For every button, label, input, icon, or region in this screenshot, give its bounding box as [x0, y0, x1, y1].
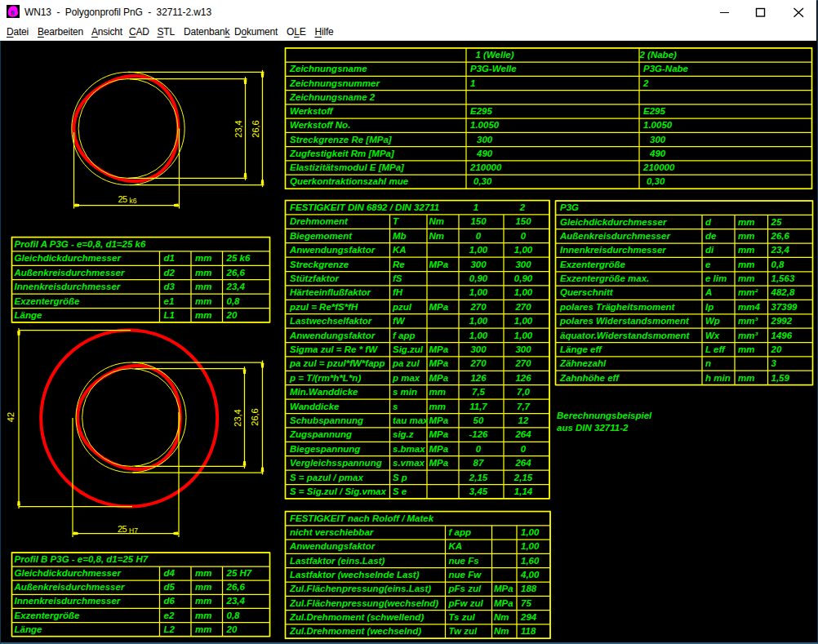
svg-text:482,8: 482,8 — [771, 287, 795, 297]
svg-text:2 (Nabe): 2 (Nabe) — [639, 50, 678, 60]
svg-text:s.vmax: s.vmax — [393, 458, 425, 468]
svg-text:sig.z: sig.z — [393, 429, 414, 439]
svg-text:2,15: 2,15 — [513, 473, 533, 482]
svg-text:mm³: mm³ — [738, 316, 758, 326]
svg-text:300: 300 — [477, 135, 493, 144]
svg-text:12: 12 — [518, 415, 529, 425]
svg-text:1,00: 1,00 — [469, 316, 488, 326]
svg-text:150: 150 — [515, 216, 531, 226]
svg-text:FESTIGKEIT DIN 6892 / DIN 3271: FESTIGKEIT DIN 6892 / DIN 32711 — [290, 202, 439, 212]
svg-text:2,15: 2,15 — [469, 473, 488, 482]
svg-text:n: n — [705, 358, 711, 368]
svg-text:Zul.Flächenpressung(wechselnd): Zul.Flächenpressung(wechselnd) — [289, 598, 438, 608]
svg-text:Berechnungsbeispiel: Berechnungsbeispiel — [557, 411, 652, 420]
svg-text:1,00: 1,00 — [469, 245, 488, 255]
svg-text:mm: mm — [195, 582, 211, 592]
svg-text:de: de — [705, 231, 717, 241]
svg-text:188: 188 — [521, 584, 537, 593]
svg-text:Streckgrenze: Streckgrenze — [290, 260, 349, 269]
svg-text:1: 1 — [473, 202, 478, 212]
svg-text:-126: -126 — [469, 429, 488, 439]
svg-text:Drehmoment: Drehmoment — [290, 216, 349, 226]
svg-text:polares Trägheitsmoment: polares Trägheitsmoment — [559, 302, 676, 312]
svg-text:1: 1 — [470, 78, 475, 88]
svg-text:S e: S e — [393, 486, 407, 496]
svg-text:FESTIGKEIT nach Roloff / Matek: FESTIGKEIT nach Roloff / Matek — [290, 513, 434, 523]
svg-text:Anwendungsfaktor: Anwendungsfaktor — [289, 245, 376, 255]
svg-text:Min.Wanddicke: Min.Wanddicke — [290, 387, 358, 397]
svg-text:MPa: MPa — [429, 344, 449, 354]
svg-text:d2: d2 — [164, 268, 176, 278]
svg-text:P3G: P3G — [560, 202, 579, 212]
svg-text:1,00: 1,00 — [514, 331, 533, 340]
svg-text:37399: 37399 — [771, 302, 798, 312]
svg-text:4,00: 4,00 — [520, 570, 540, 580]
svg-text:87: 87 — [473, 458, 484, 468]
svg-text:mm: mm — [429, 387, 446, 397]
svg-text:210000: 210000 — [642, 162, 675, 172]
svg-text:0,8: 0,8 — [227, 611, 241, 620]
svg-text:Nm: Nm — [494, 626, 509, 636]
svg-text:Gleichdickdurchmesser: Gleichdickdurchmesser — [15, 253, 122, 263]
svg-text:mm: mm — [195, 624, 211, 634]
svg-text:1.0050: 1.0050 — [643, 120, 673, 130]
svg-text:1,00: 1,00 — [514, 245, 533, 255]
svg-text:Zul.Drehmoment (wechselnd): Zul.Drehmoment (wechselnd) — [289, 626, 421, 636]
svg-text:300: 300 — [515, 260, 531, 269]
svg-text:20: 20 — [226, 624, 238, 634]
svg-text:d3: d3 — [164, 282, 176, 291]
svg-text:Querschnitt: Querschnitt — [560, 287, 614, 297]
svg-text:Mb: Mb — [393, 231, 407, 241]
svg-text:0,8: 0,8 — [227, 296, 241, 306]
svg-text:Ts zul: Ts zul — [449, 612, 476, 622]
svg-text:mm²: mm² — [738, 287, 758, 297]
svg-text:mm: mm — [738, 273, 754, 283]
svg-text:0,30: 0,30 — [473, 176, 492, 186]
svg-text:3,45: 3,45 — [469, 486, 488, 496]
svg-text:Lastwechselfaktor: Lastwechselfaktor — [290, 316, 372, 326]
svg-text:Länge: Länge — [15, 310, 42, 320]
svg-text:MPa: MPa — [494, 584, 513, 593]
svg-text:pFw zul: pFw zul — [448, 598, 484, 608]
svg-text:Sig.zul: Sig.zul — [393, 344, 424, 354]
svg-text:1,00: 1,00 — [521, 527, 540, 537]
svg-text:300: 300 — [515, 344, 531, 354]
svg-text:1,00: 1,00 — [469, 287, 488, 297]
svg-text:e2: e2 — [164, 611, 175, 620]
svg-text:42: 42 — [6, 412, 16, 422]
svg-text:KA: KA — [393, 245, 407, 255]
svg-text:L2: L2 — [164, 624, 176, 634]
svg-text:300: 300 — [470, 344, 487, 354]
svg-text:äquator.Widerstandsmoment: äquator.Widerstandsmoment — [560, 331, 691, 340]
svg-text:Wanddicke: Wanddicke — [290, 402, 340, 411]
svg-text:1.0050: 1.0050 — [470, 120, 500, 130]
svg-text:0,90: 0,90 — [514, 273, 533, 283]
svg-text:mm: mm — [195, 268, 211, 278]
svg-text:k6: k6 — [130, 197, 137, 205]
svg-text:210000: 210000 — [469, 162, 502, 172]
svg-text:MPa: MPa — [429, 415, 449, 425]
svg-text:Gleichdickdurchmesser: Gleichdickdurchmesser — [15, 568, 122, 578]
svg-text:Wp: Wp — [705, 316, 720, 326]
svg-text:d1: d1 — [164, 253, 175, 263]
svg-text:pa zul: pa zul — [392, 358, 420, 368]
svg-text:25 H7: 25 H7 — [226, 568, 252, 578]
svg-text:7,7: 7,7 — [517, 402, 531, 411]
svg-text:MPa: MPa — [429, 358, 449, 368]
svg-text:270: 270 — [514, 358, 531, 368]
svg-text:23,4: 23,4 — [771, 245, 790, 255]
svg-text:Stützfaktor: Stützfaktor — [290, 273, 340, 283]
svg-text:fH: fH — [393, 287, 403, 297]
svg-text:e lim: e lim — [705, 273, 727, 283]
svg-text:26,6: 26,6 — [226, 268, 246, 278]
svg-text:0: 0 — [521, 231, 527, 241]
svg-text:nicht verschiebbar: nicht verschiebbar — [290, 527, 374, 537]
svg-text:26,6: 26,6 — [251, 120, 260, 137]
svg-text:2: 2 — [519, 202, 526, 212]
svg-text:mm: mm — [738, 231, 754, 241]
svg-text:mm: mm — [738, 373, 754, 383]
svg-text:126: 126 — [470, 373, 487, 383]
svg-text:mm: mm — [195, 568, 211, 578]
svg-text:1496: 1496 — [771, 331, 793, 340]
svg-text:p max: p max — [392, 373, 420, 383]
